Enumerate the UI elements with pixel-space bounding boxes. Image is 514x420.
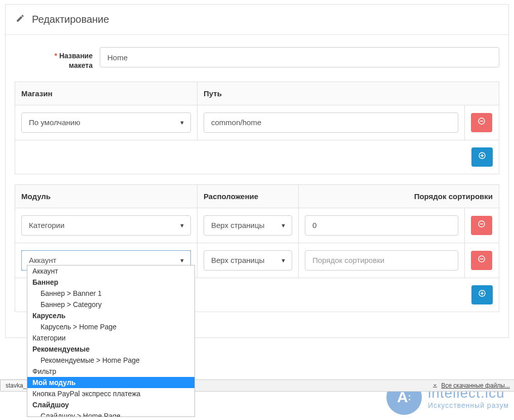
dropdown-option[interactable]: Фильтр [27,366,194,377]
module-row: Категории ▼ Верх страницы ▼ [15,208,499,243]
dropdown-option[interactable]: Слайдшоу > Home Page [27,410,194,417]
dropdown-option[interactable]: Рекомендуемые [27,343,194,355]
pencil-icon [16,14,25,25]
modules-header-module: Модуль [15,184,197,208]
download-icon [432,382,438,390]
module-select-0[interactable]: Категории ▼ [21,215,191,236]
store-select[interactable]: По умолчанию ▼ [21,112,191,133]
watermark-tagline: Искусственный разум [428,401,509,409]
minus-circle-icon [478,220,486,231]
minus-circle-icon [478,117,486,128]
required-star: * [54,52,57,60]
dropdown-option[interactable]: Баннер > Banner 1 [27,288,194,299]
route-add-row [15,140,499,174]
modules-header-position: Расположение [197,184,299,208]
routes-table: Магазин Путь По умолчанию ▼ [15,82,499,174]
position-select-1[interactable]: Верх страницы ▼ [204,250,292,271]
remove-module-button[interactable] [471,251,492,270]
dropdown-option[interactable]: Мой модуль [27,377,194,388]
dropdown-option[interactable]: Карусель > Home Page [27,321,194,332]
svg-rect-11 [482,292,482,295]
plus-circle-icon [478,289,486,300]
svg-rect-8 [480,259,484,259]
layout-name-label: *Название макета [15,47,100,70]
add-route-button[interactable] [471,147,493,167]
dropdown-option[interactable]: Рекомендуемые > Home Page [27,355,194,366]
layout-name-row: *Название макета [15,47,499,70]
routes-header-store: Магазин [15,82,197,105]
dropdown-option[interactable]: Слайдшоу [27,399,194,410]
add-module-button[interactable] [471,285,493,304]
svg-rect-4 [482,154,482,158]
dropdown-option[interactable]: Баннер > Category [27,299,194,310]
remove-module-button[interactable] [471,216,492,235]
module-dropdown-list[interactable]: АккаунтБаннерБаннер > Banner 1Баннер > C… [27,265,195,417]
dropdown-option[interactable]: Карусель [27,310,194,321]
layout-name-input[interactable] [100,47,499,67]
remove-route-button[interactable] [471,113,492,132]
dropdown-option[interactable]: Аккаунт [27,265,194,277]
plus-circle-icon [478,151,486,162]
svg-rect-1 [480,121,484,122]
position-select-0[interactable]: Верх страницы ▼ [204,215,292,236]
sort-input-1[interactable] [305,250,458,271]
routes-header-path: Путь [197,82,499,105]
route-path-input[interactable] [204,112,458,133]
dropdown-option[interactable]: Кнопка PayPal экспресс платежа [27,388,194,399]
panel-title: Редактирование [32,14,109,25]
svg-rect-6 [480,224,484,224]
show-all-downloads-link[interactable]: Все скачанные файлы... [432,382,510,390]
minus-circle-icon [478,255,486,265]
route-row: По умолчанию ▼ [15,105,499,140]
sort-input-0[interactable] [305,215,458,236]
dropdown-option[interactable]: Категории [27,332,194,343]
dropdown-option[interactable]: Баннер [27,277,194,288]
panel-header: Редактирование [6,5,508,35]
modules-header-sort: Порядок сортировки [299,184,499,208]
